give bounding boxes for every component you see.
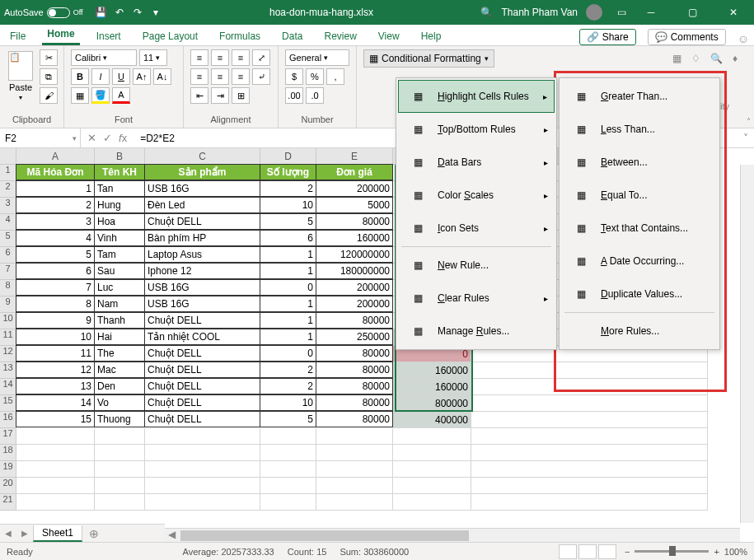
cell[interactable]: 160000 [316, 230, 393, 246]
zoom-slider[interactable] [635, 550, 709, 553]
cell[interactable]: 18 [0, 445, 16, 461]
cell[interactable]: 1 [260, 246, 316, 263]
tab-home[interactable]: Home [42, 25, 79, 45]
cell[interactable]: 160000 [393, 379, 471, 395]
cell[interactable]: Thuong [94, 411, 145, 427]
ideas-icon[interactable]: ♦ [733, 53, 738, 64]
column-header[interactable]: A [16, 148, 95, 165]
column-header[interactable]: C [145, 148, 260, 165]
cell[interactable] [316, 428, 393, 445]
cell[interactable] [260, 461, 316, 478]
menu-equal-to[interactable]: ▦ Equal To... [561, 179, 718, 212]
horizontal-scrollbar[interactable]: ◀ [165, 528, 740, 542]
cell[interactable]: 80000 [316, 312, 393, 329]
cell[interactable]: 5 [260, 411, 316, 427]
align-top-icon[interactable]: ≡ [190, 49, 208, 66]
cell[interactable] [95, 445, 145, 461]
avatar[interactable] [586, 4, 602, 21]
cell[interactable]: 14 [16, 394, 95, 411]
cell[interactable]: Chuột DELL [144, 394, 260, 411]
user-name[interactable]: Thanh Pham Van [501, 7, 578, 18]
cell[interactable]: 20 [0, 478, 16, 494]
percent-icon[interactable]: % [306, 68, 324, 85]
cell[interactable] [316, 461, 393, 478]
cell[interactable]: 6 [16, 263, 95, 279]
cell[interactable]: Iphone 12 [144, 263, 260, 279]
cell[interactable]: 8 [16, 296, 95, 312]
cell[interactable]: Hoa [94, 213, 145, 230]
cell[interactable]: Den [94, 378, 145, 394]
cell[interactable]: 14 [0, 379, 16, 395]
expand-formula-icon[interactable]: ˅ [738, 133, 754, 144]
cell[interactable]: 800000 [393, 395, 471, 412]
cell[interactable] [145, 428, 260, 445]
cell[interactable]: 80000 [316, 378, 393, 394]
cell[interactable]: 200000 [316, 296, 393, 312]
cell[interactable]: Sản phẩm [144, 164, 260, 180]
orientation-icon[interactable]: ⤢ [252, 49, 270, 66]
menu-clear-rules[interactable]: ▦ Clear Rules ▸ [398, 282, 555, 315]
shrink-font-icon[interactable]: A↓ [153, 68, 171, 85]
cell[interactable]: 17 [0, 428, 16, 445]
cell[interactable]: USB 16G [144, 296, 260, 312]
vertical-scrollbar[interactable] [740, 165, 754, 523]
cell[interactable]: 11 [16, 345, 95, 362]
column-header[interactable]: B [95, 148, 145, 165]
cancel-formula-icon[interactable]: ✕ [87, 132, 96, 144]
menu-manage-rules[interactable]: ▦ Manage Rules... [398, 315, 555, 348]
tab-page-layout[interactable]: Page Layout [138, 27, 203, 45]
cell[interactable] [145, 494, 260, 511]
menu-text-contains[interactable]: ▦ Text that Contains... [561, 212, 718, 245]
cell[interactable]: 5 [0, 231, 16, 247]
cell[interactable]: 80000 [316, 394, 393, 411]
cell[interactable]: Chuột DELL [144, 378, 260, 394]
cell[interactable] [16, 428, 95, 445]
fill-color-icon[interactable]: 🪣 [91, 87, 110, 104]
menu-greater-than[interactable]: ▦ Greater Than... [561, 80, 718, 113]
menu-date-occurring[interactable]: ▦ A Date Occurring... [561, 245, 718, 278]
cell[interactable]: 10 [260, 394, 316, 411]
cell[interactable]: Tam [94, 246, 145, 263]
cell[interactable]: Luc [94, 279, 145, 296]
wrap-text-icon[interactable]: ⤶ [252, 68, 270, 85]
cell[interactable]: 2 [16, 197, 95, 213]
cell[interactable]: 5 [16, 246, 95, 263]
qat-dropdown-icon[interactable]: ▾ [149, 6, 162, 19]
decrease-decimal-icon[interactable]: .0 [306, 87, 324, 104]
conditional-formatting-button[interactable]: ▦ Conditional Formatting [363, 49, 494, 68]
cell[interactable] [316, 494, 393, 511]
cell[interactable]: 80000 [316, 213, 393, 230]
cell[interactable] [145, 445, 260, 461]
cell[interactable]: 13 [0, 362, 16, 379]
cell[interactable] [471, 362, 708, 379]
cell[interactable] [471, 494, 708, 511]
cell[interactable]: 1 [260, 296, 316, 312]
cell[interactable] [145, 478, 260, 494]
align-right-icon[interactable]: ≡ [232, 68, 250, 85]
cell[interactable]: 1 [16, 180, 95, 197]
cell[interactable]: 2 [260, 362, 316, 378]
cell[interactable]: 19 [0, 461, 16, 478]
cell[interactable]: 2 [260, 180, 316, 197]
cell[interactable] [471, 395, 708, 412]
cell[interactable]: 7 [16, 279, 95, 296]
cell[interactable]: USB 16G [144, 180, 260, 197]
cell[interactable]: Mac [94, 362, 145, 378]
fx-icon[interactable]: fx [119, 132, 127, 144]
cell[interactable]: Thanh [94, 312, 145, 329]
cell[interactable]: 6 [260, 230, 316, 246]
cell[interactable]: 12 [16, 362, 95, 378]
find-icon[interactable]: 🔍 [710, 53, 723, 64]
cell[interactable]: 10 [16, 329, 95, 345]
cell[interactable]: 200000 [316, 180, 393, 197]
tab-file[interactable]: File [5, 27, 30, 45]
cell[interactable] [316, 478, 393, 494]
tab-view[interactable]: View [373, 27, 405, 45]
font-color-icon[interactable]: A [112, 87, 130, 104]
cell[interactable]: 13 [16, 378, 95, 394]
collapse-ribbon-icon[interactable]: ˄ [747, 117, 751, 126]
cell[interactable]: 120000000 [316, 246, 393, 263]
maximize-button[interactable]: ▢ [676, 0, 709, 25]
tab-review[interactable]: Review [319, 27, 361, 45]
close-button[interactable]: ✕ [717, 0, 750, 25]
